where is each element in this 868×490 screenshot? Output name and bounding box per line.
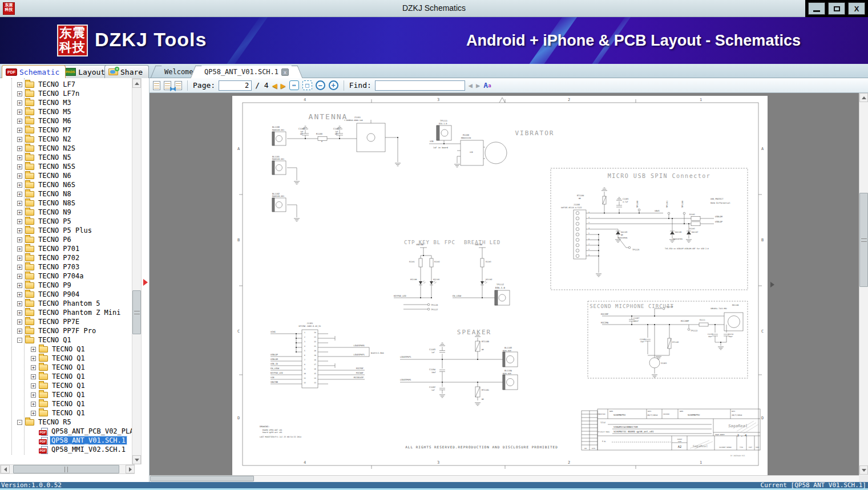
page-forward-rotate-button[interactable] [175,81,182,90]
expand-icon[interactable]: + [17,183,22,188]
schematic-page[interactable]: 43214321ABCDABCDANTENNAVIBRATORMICRO USB… [232,96,768,475]
tree-item-folder[interactable]: +TECNO LF7 [17,80,132,89]
doc-tab-current[interactable]: QP58_ANT_V01.SCH.1 x [195,66,298,78]
scrollbar-thumb[interactable] [859,193,868,287]
expand-icon[interactable]: + [17,246,22,252]
scrollbar-thumb[interactable] [132,290,141,334]
expand-icon[interactable]: + [17,219,22,224]
tree-item-folder[interactable]: +TECNO M3 [17,98,132,107]
scroll-down-button[interactable] [859,465,868,475]
tree-item-folder[interactable]: +TECNO M5 [17,107,132,116]
expand-icon[interactable]: + [17,128,22,133]
expand-icon[interactable]: + [17,292,22,297]
tree-item-folder[interactable]: +TECNO N8S [17,199,132,208]
canvas-horizontal-scrollbar[interactable] [150,475,859,482]
tree-item-folder[interactable]: +TECNO Phantom Z Mini [17,308,132,317]
find-previous-button[interactable]: ◀ [469,82,473,90]
tree-item-folder[interactable]: +TECNO PP7E [17,317,132,326]
tree-item-folder[interactable]: +TECNO PP7F Pro [17,326,132,335]
scroll-left-button[interactable] [1,465,10,473]
close-button[interactable]: X [848,2,865,15]
schematic-canvas[interactable]: 43214321ABCDABCDANTENNAVIBRATORMICRO USB… [150,93,859,475]
close-tab-icon[interactable]: x [281,68,289,76]
expand-icon[interactable]: + [31,383,36,388]
expand-icon[interactable]: + [17,110,22,115]
expand-icon[interactable]: + [17,256,22,261]
tree-item-folder[interactable]: +TECNO N8 [17,189,132,199]
tree-item-folder[interactable]: +TECNO P704a [17,272,132,281]
tree-item-folder[interactable]: +TECNO P9 [17,281,132,290]
tree-item-folder[interactable]: +TECNO Q1 [31,345,132,354]
tree-item-folder[interactable]: +TECNO M6 [17,116,132,125]
expand-icon[interactable]: + [31,356,36,361]
tree-item-folder[interactable]: +TECNO Q1 [31,372,132,381]
zoom-in-button[interactable]: + [329,80,338,90]
expand-icon[interactable]: + [17,100,22,106]
scroll-down-button[interactable] [132,455,141,464]
expand-icon[interactable]: + [17,210,22,215]
expand-icon[interactable]: + [31,392,36,398]
expand-icon[interactable]: + [17,82,22,87]
one-page-view-button[interactable] [153,81,160,90]
tree-item-folder[interactable]: +TECNO M7 [17,125,132,135]
tree-item-file[interactable]: PDFQP58_ANT_V01.SCH.1 [39,436,132,445]
expand-icon[interactable]: + [17,91,22,96]
expand-icon[interactable]: + [17,146,22,151]
expand-icon[interactable]: + [17,119,22,124]
fit-page-button[interactable]: □ [302,80,312,90]
expand-icon[interactable]: + [17,319,22,325]
tree-item-folder[interactable]: +TECNO Q1 [31,408,132,418]
tree-item-folder[interactable]: +TECNO Q1 [31,390,132,399]
scrollbar-thumb[interactable] [150,476,254,481]
expand-icon[interactable]: + [31,365,36,370]
tree-item-folder[interactable]: +TECNO Q1 [31,363,132,372]
collapse-icon[interactable]: - [17,420,22,425]
expand-icon[interactable]: + [17,201,22,206]
tree-item-folder[interactable]: +TECNO N6S [17,180,132,189]
expand-icon[interactable]: + [17,155,22,160]
expand-icon[interactable]: + [17,237,22,242]
tree-item-folder[interactable]: +TECNO N2 [17,135,132,144]
expand-icon[interactable]: + [31,402,36,407]
tree-item-folder[interactable]: +TECNO N6 [17,171,132,180]
tree-item-folder[interactable]: +TECNO Q1 [31,399,132,408]
tree-item-folder[interactable]: +TECNO LF7n [17,89,132,98]
expand-icon[interactable]: + [17,283,22,288]
tree-item-folder[interactable]: +TECNO P904 [17,290,132,299]
tree-item-folder[interactable]: +TECNO Q1 [31,354,132,363]
tree-item-folder[interactable]: +TECNO P703 [17,262,132,272]
scroll-up-button[interactable] [859,93,868,102]
expand-icon[interactable]: + [31,411,36,416]
find-next-button[interactable]: ▶ [476,82,480,90]
tree-item-folder[interactable]: -TECNO R5 [17,418,132,427]
tree-item-folder[interactable]: +TECNO P5 [17,217,132,226]
tree-item-folder[interactable]: +TECNO P6 [17,235,132,244]
expand-icon[interactable]: + [17,301,22,306]
zoom-out-button[interactable]: − [316,80,325,90]
tree-item-file[interactable]: PDFQP58_MMI_V02.SCH.1 [39,445,132,454]
tree-item-folder[interactable]: +TECNO N2S [17,144,132,153]
tab-share[interactable]: + Share [104,65,149,78]
scrollbar-thumb[interactable] [13,465,119,473]
tree-item-folder[interactable]: +TECNO P702 [17,253,132,262]
expand-icon[interactable]: + [31,347,36,352]
minimize-button[interactable] [808,2,825,15]
expand-icon[interactable]: + [17,192,22,197]
scroll-right-button[interactable] [126,465,135,473]
expand-icon[interactable]: + [17,310,22,315]
page-side-arrow-icon[interactable] [770,282,774,287]
tree-item-file[interactable]: PDFQP58_ANT_PCB_V02_PLACEMENT [39,427,132,436]
tree-item-folder[interactable]: +TECNO N5S [17,162,132,171]
fit-width-button[interactable]: ↔ [289,80,299,90]
expand-icon[interactable]: + [17,173,22,179]
tree-item-folder[interactable]: +TECNO Q1 [31,381,132,390]
tree-item-folder[interactable]: -TECNO Q1 [17,335,132,345]
expand-icon[interactable]: + [17,265,22,270]
tree-item-folder[interactable]: +TECNO P5 Plus [17,226,132,235]
sidebar-horizontal-scrollbar[interactable] [0,464,135,474]
expand-icon[interactable]: + [17,274,22,279]
tree-item-folder[interactable]: +TECNO N9 [17,208,132,217]
find-input[interactable] [375,80,465,91]
tree-item-folder[interactable]: +TECNO P701 [17,244,132,253]
font-size-button[interactable]: Aa [483,81,491,90]
